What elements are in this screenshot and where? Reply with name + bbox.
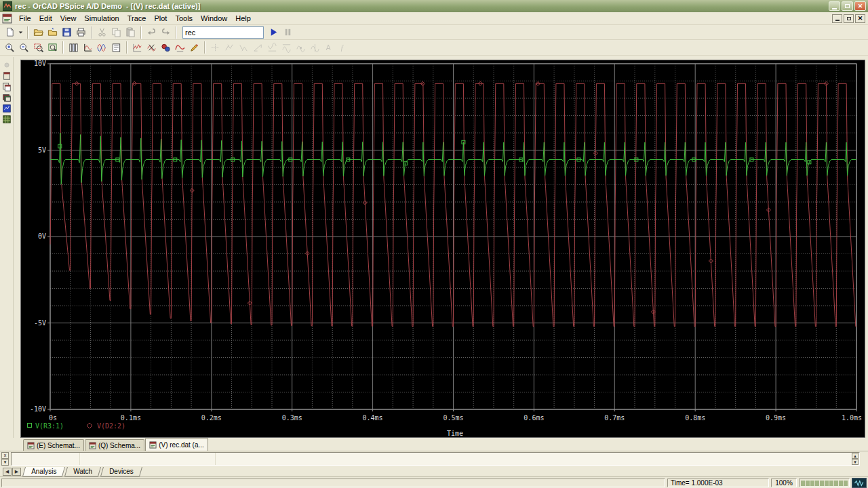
window-doc-icon [89,442,96,449]
document-tab-bar: (E) Schemat...(Q) Schema...(V) rec.dat (… [0,438,868,451]
output-tab-watch[interactable]: Watch [64,467,101,476]
output-list[interactable]: ▴ ▾ [11,452,860,466]
page-icon [2,71,12,81]
new-simulation-button[interactable] [3,26,17,39]
column-divider [215,453,216,465]
mdi-tab--q-schema-[interactable]: (Q) Schema... [85,439,144,451]
schematic-page-button[interactable] [1,70,12,81]
menu-bar: FileEditViewSimulationTracePlotToolsWind… [0,12,868,25]
cursor-min-button [265,41,279,54]
zoom-fit-button[interactable] [45,41,60,54]
save-button[interactable] [60,26,74,39]
waveform-plot-window[interactable]: 10V5V0V-5V-10V0s0.1ms0.2ms0.3ms0.4ms0.5m… [20,60,865,438]
run-button[interactable] [267,26,281,39]
cursor-eval-icon: f [338,43,349,53]
window-close-button[interactable]: ✕ [854,1,866,11]
simulation-results-button[interactable] [1,103,12,114]
new-page-icon [5,27,15,37]
cursor-max-icon [281,43,292,53]
plot-list-button[interactable] [109,41,123,54]
print-button[interactable] [74,26,88,39]
copy-button [109,26,123,39]
fourier-button[interactable] [95,41,109,54]
simulation-profile-input[interactable] [182,26,264,39]
output-scrollbar[interactable]: ▴ ▾ [852,453,859,465]
edit-trace-button[interactable] [187,41,201,54]
cursor-search-button [308,41,322,54]
cursor-toggle-icon [210,43,220,53]
scroll-down-button[interactable]: ▾ [852,459,859,465]
document-window-icon[interactable] [2,14,12,23]
close-icon: ✕ [858,16,863,22]
window-restore-button[interactable] [842,1,853,11]
macros-button[interactable] [173,41,187,54]
menu-tools[interactable]: Tools [171,13,197,24]
open-folder-icon [33,27,43,37]
redo-button [159,26,173,39]
append-file-button[interactable] [45,26,60,39]
zoom-in-icon [5,43,15,53]
plot-pages-button[interactable] [66,41,81,54]
output-close-button[interactable]: x [1,452,9,459]
cut-icon [97,27,107,37]
window-title: rec - OrCAD PSpice A/D Demo - [(V) rec.d… [15,2,829,10]
child-minimize-button[interactable] [832,14,842,23]
standard-toolbar [0,25,868,40]
output-tab-devices[interactable]: Devices [100,467,142,476]
svg-text:Time: Time [447,430,463,437]
child-close-button[interactable]: ✕ [855,14,865,23]
zoom-in-button[interactable] [3,41,17,54]
menu-view[interactable]: View [56,13,81,24]
output-window: x ▾ ▴ ▾ [0,451,868,466]
zoom-out-button[interactable] [17,41,31,54]
svg-text:1.0ms: 1.0ms [842,414,862,422]
open-button[interactable] [31,26,45,39]
goal-functions-button[interactable] [159,41,173,54]
cascade-windows-button[interactable] [1,92,12,103]
menu-edit[interactable]: Edit [35,13,56,24]
scroll-up-button[interactable]: ▴ [852,453,859,459]
zoom-area-button[interactable] [31,41,45,54]
mdi-tab--e-schemat-[interactable]: (E) Schemat... [23,439,84,451]
delete-trace-icon [146,43,157,53]
output-pin-button[interactable]: ▾ [1,459,9,466]
column-divider [79,453,80,465]
window-minimize-button[interactable] [829,1,840,11]
svg-text:0s: 0s [49,414,57,422]
simulation-queue-button[interactable] [1,114,12,125]
new-dropdown-button[interactable] [17,26,24,39]
child-restore-button[interactable] [844,14,854,23]
progress-block [801,481,805,486]
status-time: Time= 1.000E-03 [667,479,769,487]
add-trace-button[interactable] [130,41,144,54]
menu-trace[interactable]: Trace [123,13,151,24]
menu-simulation[interactable]: Simulation [80,13,123,24]
output-tab-strip: ◀ ▶ AnalysisWatchDevices [0,466,868,477]
menu-window[interactable]: Window [197,13,231,24]
mdi-tab-label: (V) rec.dat (a... [159,441,204,449]
output-tab-analysis[interactable]: Analysis [22,467,65,476]
axis-settings-button[interactable] [81,41,95,54]
tab-scroll-right-button[interactable]: ▶ [12,468,21,476]
menu-plot[interactable]: Plot [150,13,171,24]
pause-button [281,26,295,39]
cursor-label-icon: A [324,43,334,53]
list-icon [111,43,121,53]
window-doc-icon [149,441,157,449]
run-icon [269,27,279,37]
menu-file[interactable]: File [15,13,35,24]
svg-text:0.9ms: 0.9ms [766,414,786,422]
cursor-slope-icon [253,43,263,53]
tab-scroll-left-button[interactable]: ◀ [3,468,12,476]
copy-page-button[interactable] [1,81,12,92]
toolbar-separator [62,41,64,54]
status-percent: 100% [771,479,797,487]
delete-traces-button[interactable] [144,41,159,54]
mdi-tab--v-rec-dat-a-[interactable]: (V) rec.dat (a... [145,438,208,451]
cursor-trough-icon [239,43,249,53]
waveform-tray-icon [852,478,867,488]
menu-help[interactable]: Help [231,13,255,24]
output-tab-label: Analysis [31,467,56,476]
cursor-eval-button: f [336,41,351,54]
goal-icon [161,43,171,53]
